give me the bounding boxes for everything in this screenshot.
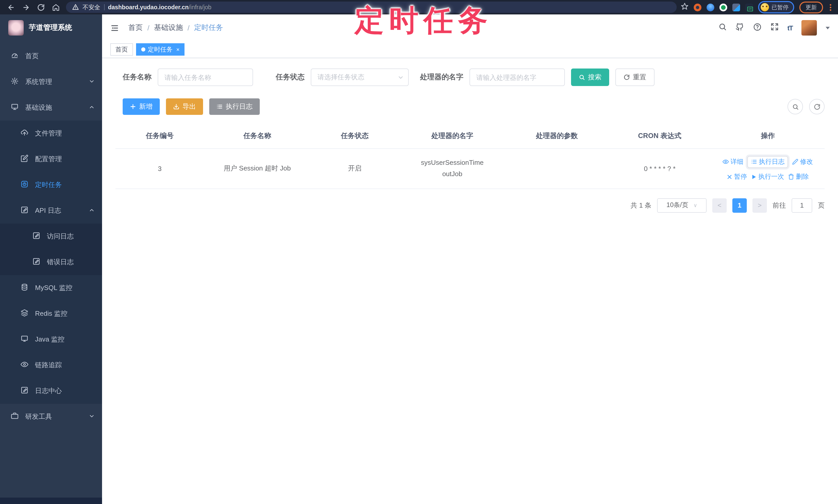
table-toolbar: 新增 导出 执行日志 — [123, 98, 825, 115]
sidebar-bottom-strip — [0, 498, 102, 504]
trash-icon — [788, 174, 795, 180]
divider — [104, 4, 104, 10]
error-log-icon — [33, 257, 40, 267]
browser-menu-icon[interactable] — [828, 4, 833, 11]
sidebar-item-home[interactable]: 首页 — [0, 43, 102, 69]
tab-home[interactable]: 首页 — [110, 43, 133, 56]
bookmark-star-icon[interactable] — [681, 2, 688, 12]
extension-icon-grid[interactable] — [732, 3, 740, 11]
play-icon — [751, 174, 757, 180]
download-icon — [173, 104, 179, 110]
run-once-link[interactable]: 执行一次 — [751, 172, 784, 181]
pencil-icon — [792, 159, 799, 165]
cloud-upload-icon — [21, 129, 28, 138]
help-icon[interactable] — [753, 22, 762, 33]
page-content: 任务名称 任务状态 请选择任务状态 处理器的名字 搜索 — [102, 58, 838, 504]
sidebar-item-trace[interactable]: 链路追踪 — [0, 352, 102, 378]
extension-icon-blue[interactable] — [706, 3, 714, 11]
browser-update-button[interactable]: 更新 — [799, 1, 823, 13]
app-logo — [8, 20, 24, 36]
sidebar: 芋道管理系统 首页 系统管理 基础设施 — [0, 14, 102, 504]
sidebar-item-system[interactable]: 系统管理 — [0, 69, 102, 95]
sidebar-item-devtools[interactable]: 研发工具 — [0, 404, 102, 430]
table-row: 3 用户 Session 超时 Job 开启 sysUserSessionTim… — [116, 148, 825, 188]
collapse-menu-icon[interactable] — [110, 23, 119, 32]
github-icon[interactable] — [735, 22, 744, 33]
refresh-table-button[interactable] — [809, 99, 825, 114]
exec-log-link[interactable]: 执行日志 — [748, 156, 788, 168]
monitor-icon — [11, 103, 19, 112]
add-button[interactable]: 新增 — [123, 98, 160, 115]
next-page-button[interactable]: > — [752, 198, 767, 213]
prev-page-button[interactable]: < — [712, 198, 727, 213]
sidebar-item-infra[interactable]: 基础设施 — [0, 95, 102, 121]
col-handler-param: 处理器的参数 — [506, 124, 608, 148]
user-avatar[interactable] — [801, 20, 817, 36]
cell-task-status: 开启 — [311, 148, 399, 188]
fullscreen-icon[interactable] — [770, 23, 779, 33]
tab-close-icon[interactable]: × — [176, 46, 180, 53]
handler-name-label: 处理器的名字 — [420, 73, 463, 82]
handler-name-input[interactable] — [470, 69, 565, 86]
extension-icon-green[interactable] — [719, 3, 727, 11]
pause-link[interactable]: 暂停 — [727, 172, 747, 181]
layers-icon — [21, 309, 28, 318]
cell-handler-param — [506, 148, 608, 188]
task-status-select[interactable]: 请选择任务状态 — [311, 69, 409, 86]
database-icon — [21, 283, 28, 292]
page-size-select[interactable]: 10条/页 ∨ — [657, 198, 706, 213]
cell-cron: 0 * * * * ? * — [608, 148, 711, 188]
sidebar-item-error-log[interactable]: 错误日志 — [0, 249, 102, 275]
extension-icon-onetab[interactable]: on — [745, 3, 753, 11]
sidebar-item-job[interactable]: 定时任务 — [0, 172, 102, 198]
sidebar-item-config[interactable]: 配置管理 — [0, 146, 102, 172]
url-text: dashboard.yudao.iocoder.cn/infra/job — [108, 4, 211, 10]
back-icon[interactable] — [7, 3, 15, 11]
show-search-toggle-button[interactable] — [787, 99, 803, 114]
dashboard-icon — [11, 52, 19, 61]
sidebar-item-redis[interactable]: Redis 监控 — [0, 301, 102, 327]
font-size-icon[interactable]: tT — [787, 24, 793, 32]
breadcrumb-home[interactable]: 首页 — [128, 23, 143, 33]
refresh-icon — [624, 74, 630, 80]
goto-page-input[interactable] — [792, 198, 812, 213]
edit-link[interactable]: 修改 — [792, 157, 813, 166]
sidebar-item-access-log[interactable]: 访问日志 — [0, 223, 102, 249]
tab-job[interactable]: 定时任务 × — [136, 43, 185, 56]
sidebar-item-java[interactable]: Java 监控 — [0, 327, 102, 352]
log-center-icon — [21, 386, 28, 396]
chevron-up-icon — [89, 207, 95, 215]
breadcrumb-infra[interactable]: 基础设施 — [154, 23, 183, 33]
forward-icon[interactable] — [22, 3, 30, 11]
profile-label: 已暂停 — [771, 3, 788, 11]
sidebar-menu: 首页 系统管理 基础设施 文件管理 配置管理 — [0, 41, 102, 498]
chevron-down-icon — [89, 413, 95, 420]
log-list-icon — [751, 159, 757, 165]
delete-link[interactable]: 删除 — [788, 172, 809, 181]
x-icon — [727, 174, 733, 180]
chevron-down-icon: ∨ — [694, 202, 697, 208]
search-button[interactable]: 搜索 — [571, 69, 609, 86]
page-1-button[interactable]: 1 — [732, 198, 747, 213]
active-tab-dot — [141, 48, 145, 52]
task-name-input[interactable] — [158, 69, 253, 86]
api-log-icon — [21, 206, 28, 215]
extension-icon-orange[interactable] — [694, 3, 701, 11]
sidebar-item-file[interactable]: 文件管理 — [0, 121, 102, 146]
reset-button[interactable]: 重置 — [615, 69, 654, 86]
search-icon[interactable] — [718, 23, 727, 33]
sidebar-item-mysql[interactable]: MySQL 监控 — [0, 275, 102, 301]
timer-icon — [21, 180, 28, 190]
export-button[interactable]: 导出 — [166, 98, 203, 115]
exec-log-button[interactable]: 执行日志 — [209, 98, 260, 115]
reload-icon[interactable] — [37, 3, 45, 11]
home-icon[interactable] — [52, 3, 60, 11]
browser-profile-chip[interactable]: 已暂停 — [758, 1, 794, 13]
app-title: 芋道管理系统 — [29, 23, 72, 33]
app-logo-row[interactable]: 芋道管理系统 — [0, 14, 102, 41]
avatar-caret-icon[interactable] — [826, 26, 830, 29]
sidebar-item-log-center[interactable]: 日志中心 — [0, 378, 102, 404]
table-header-row: 任务编号 任务名称 任务状态 处理器的名字 处理器的参数 CRON 表达式 操作 — [116, 124, 825, 148]
sidebar-item-api-log[interactable]: API 日志 — [0, 198, 102, 223]
detail-link[interactable]: 详细 — [723, 157, 744, 166]
